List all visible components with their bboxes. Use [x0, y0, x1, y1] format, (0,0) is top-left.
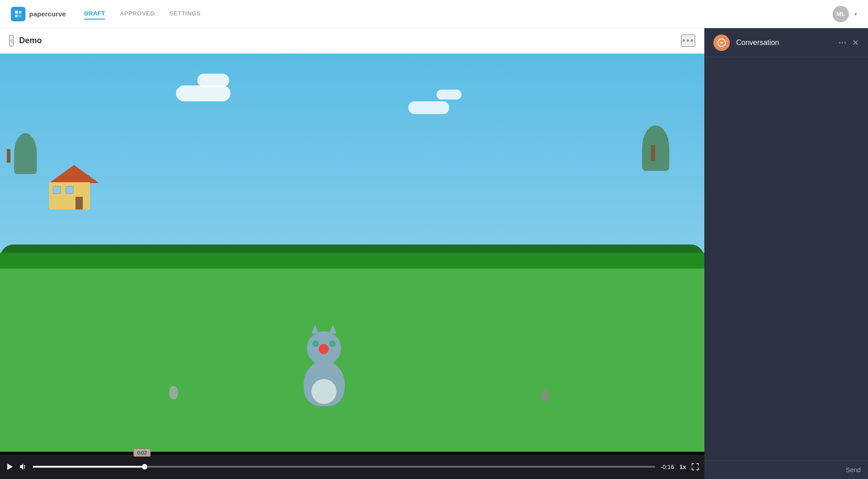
- header-right: ML ▾: [833, 6, 857, 22]
- play-button[interactable]: [5, 463, 14, 471]
- nav-settings[interactable]: SETTINGS: [169, 8, 201, 20]
- conversation-title: Conversation: [736, 39, 838, 47]
- tree-left: [14, 133, 37, 174]
- conversation-more-button[interactable]: •••: [838, 39, 847, 46]
- tree-right: [642, 125, 669, 171]
- conversation-icon: [713, 35, 730, 51]
- tree-trunk-left: [7, 149, 10, 163]
- page-title: Demo: [19, 36, 42, 45]
- logo-icon: [11, 7, 25, 21]
- cloud-2b: [437, 90, 462, 100]
- cloud-1: [176, 85, 231, 101]
- cloud-1b: [197, 74, 229, 87]
- conversation-body: [704, 57, 868, 460]
- avatar[interactable]: ML: [833, 6, 849, 22]
- conversation-footer: Send: [704, 460, 868, 479]
- app-header: papercurve DRAFT APPROVED SETTINGS ML ▾: [0, 0, 868, 28]
- conversation-header: Conversation ••• ✕: [704, 28, 868, 57]
- logo[interactable]: papercurve: [11, 7, 66, 21]
- send-button[interactable]: Send: [846, 466, 861, 474]
- svg-rect-0: [15, 10, 18, 13]
- svg-rect-1: [19, 10, 21, 13]
- sky-background: [0, 54, 704, 452]
- progress-thumb: 0:02: [142, 464, 147, 469]
- sub-header: ‹ Demo •••: [0, 28, 704, 54]
- cloud-2: [408, 101, 449, 114]
- cat-character: [304, 361, 345, 406]
- nav-draft[interactable]: DRAFT: [84, 8, 105, 20]
- time-remaining: -0:16: [661, 464, 674, 470]
- svg-rect-2: [15, 14, 18, 17]
- video-container: 0:02 -0:16 1x: [0, 54, 704, 479]
- more-options-button[interactable]: •••: [681, 35, 695, 47]
- logo-text: papercurve: [29, 10, 66, 18]
- volume-button[interactable]: [19, 463, 27, 471]
- tree-trunk-right: [651, 145, 655, 161]
- content-area: ‹ Demo •••: [0, 28, 704, 479]
- svg-marker-4: [7, 464, 13, 470]
- back-icon: ‹: [10, 36, 13, 45]
- conversation-close-button[interactable]: ✕: [852, 38, 859, 48]
- video-scene: [0, 54, 704, 479]
- fullscreen-button[interactable]: [692, 463, 699, 470]
- back-button[interactable]: ‹: [9, 35, 14, 46]
- bug-left: [169, 386, 178, 399]
- conversation-sidebar: Conversation ••• ✕ Send: [704, 28, 868, 479]
- progress-bar[interactable]: 0:02: [33, 466, 655, 468]
- house: [49, 165, 99, 210]
- speed-button[interactable]: 1x: [680, 464, 686, 470]
- svg-rect-3: [19, 14, 21, 17]
- main-nav: DRAFT APPROVED SETTINGS: [84, 8, 201, 20]
- ground: [0, 269, 704, 452]
- nav-approved[interactable]: APPROVED: [120, 8, 155, 20]
- main-layout: ‹ Demo •••: [0, 28, 868, 479]
- video-controls: 0:02 -0:16 1x: [0, 454, 704, 479]
- chevron-down-icon[interactable]: ▾: [854, 11, 857, 17]
- progress-fill: [33, 466, 145, 468]
- svg-marker-5: [20, 464, 23, 470]
